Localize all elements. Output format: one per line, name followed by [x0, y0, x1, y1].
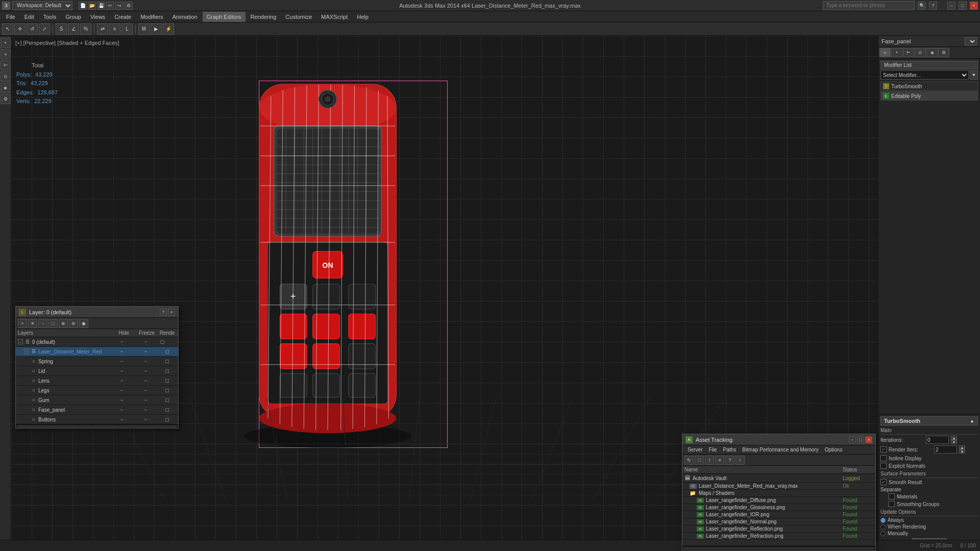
- move-tool-btn[interactable]: ✛: [14, 23, 26, 35]
- asset-close-btn[interactable]: ×: [865, 436, 872, 443]
- asset-select-btn[interactable]: □: [695, 456, 704, 465]
- freeze-gum[interactable]: −: [134, 397, 157, 403]
- layer-row-legs[interactable]: ○ Legs − − □: [16, 386, 178, 395]
- layer-row-laser-red[interactable]: − ☰ Laser_Distance_Meter_Red − − □: [16, 347, 178, 357]
- ts-iter-down[interactable]: ▼: [951, 440, 957, 444]
- ts-render-up[interactable]: ▲: [959, 445, 965, 449]
- asset-row-reflection[interactable]: m Laser_rangefinder_Reflection.png Found: [682, 525, 875, 533]
- info-btn[interactable]: ?: [929, 2, 937, 10]
- rotate-tool-btn[interactable]: ↺: [27, 23, 38, 35]
- select-tool-btn[interactable]: ↖: [2, 23, 13, 35]
- render-lid[interactable]: □: [158, 368, 176, 374]
- asset-row-maps[interactable]: 📁 Maps / Shaders: [682, 490, 875, 497]
- menu-maxscript[interactable]: MAXScript: [317, 12, 352, 22]
- panel-tab-modify[interactable]: ⟡: [879, 48, 891, 57]
- menu-tools[interactable]: Tools: [39, 12, 61, 22]
- workspace-dropdown[interactable]: Workspace: Default: [12, 1, 72, 10]
- hide-lid[interactable]: −: [110, 368, 133, 373]
- asset-row-normal[interactable]: m Laser_rangefinder_Normal.png Found: [682, 518, 875, 525]
- panel-tab-motion[interactable]: ⊙: [915, 48, 926, 57]
- freeze-default[interactable]: −: [134, 339, 157, 344]
- menu-edit[interactable]: Edit: [20, 12, 38, 22]
- ts-iterations-spinner[interactable]: ▲ ▼: [951, 436, 957, 444]
- render-default[interactable]: □: [158, 339, 176, 345]
- new-layer-btn[interactable]: +: [18, 319, 27, 328]
- highlight-btn[interactable]: ◉: [79, 319, 88, 328]
- render-settings-btn[interactable]: ⚙: [125, 2, 133, 10]
- mirror-btn[interactable]: ⇌: [97, 23, 108, 35]
- menu-modifiers[interactable]: Modifiers: [136, 12, 167, 22]
- asset-maximize-btn[interactable]: □: [857, 436, 864, 443]
- move-to-layer-btn[interactable]: →: [38, 319, 47, 328]
- asset-info-btn[interactable]: i: [736, 456, 745, 465]
- render-laser-red[interactable]: □: [158, 348, 176, 355]
- modifier-dropdown[interactable]: Select Modifier...: [880, 70, 969, 80]
- menu-group[interactable]: Group: [61, 12, 85, 22]
- panel-tab-hierarchy[interactable]: ⊢: [903, 48, 914, 57]
- ts-render-iters-checkbox[interactable]: ✓: [880, 446, 887, 453]
- hide-default[interactable]: −: [110, 339, 133, 344]
- search-btn[interactable]: 🔍: [918, 2, 926, 10]
- layer-row-default[interactable]: − ☰ 0 (default) − − □: [16, 337, 178, 347]
- material-editor-btn[interactable]: M: [138, 23, 150, 35]
- freeze-spring[interactable]: −: [134, 359, 157, 364]
- ts-render-iters-input[interactable]: [934, 445, 957, 454]
- layer-row-lens[interactable]: ○ Lens − − □: [16, 376, 178, 386]
- ts-smooth-checkbox[interactable]: ✓: [880, 479, 887, 485]
- asset-menu-file[interactable]: File: [705, 447, 720, 453]
- remove-objects-btn[interactable]: ⊖: [69, 319, 78, 328]
- ts-isoline-checkbox[interactable]: [880, 455, 887, 461]
- layer-row-gum[interactable]: ○ Gum − − □: [16, 395, 178, 405]
- asset-menu-options[interactable]: Options: [822, 447, 845, 453]
- layers-scrollbar[interactable]: [16, 424, 178, 428]
- panel-tab-utilities[interactable]: ⚙: [938, 48, 949, 57]
- asset-row-refraction[interactable]: m Laser_rangefinder_Refraction.png Found: [682, 533, 875, 540]
- freeze-lid[interactable]: −: [134, 368, 157, 373]
- open-btn[interactable]: 📂: [88, 2, 96, 10]
- menu-customize[interactable]: Customize: [281, 12, 316, 22]
- freeze-laser-red[interactable]: −: [134, 349, 157, 354]
- ts-materials-checkbox[interactable]: [889, 493, 895, 499]
- asset-scrollbar[interactable]: [682, 545, 875, 550]
- ts-always-radio[interactable]: [880, 518, 886, 523]
- freeze-lens[interactable]: −: [134, 378, 157, 383]
- undo-btn[interactable]: ↩: [106, 2, 114, 10]
- motion-panel-btn[interactable]: ⊙: [1, 71, 11, 82]
- new-scene-btn[interactable]: 📄: [79, 2, 87, 10]
- menu-create[interactable]: Create: [110, 12, 135, 22]
- modifier-turbosmooth[interactable]: T TurboSmooth: [880, 82, 978, 91]
- hide-fase[interactable]: −: [110, 407, 133, 412]
- panel-tab-display[interactable]: ◈: [926, 48, 938, 57]
- layer-row-spring[interactable]: ○ Spring − − □: [16, 357, 178, 366]
- layers-help-btn[interactable]: ?: [160, 309, 167, 316]
- scale-tool-btn[interactable]: ⤢: [39, 23, 50, 35]
- asset-minimize-btn[interactable]: −: [849, 436, 856, 443]
- asset-row-max-file[interactable]: M Laser_Distance_Meter_Red_max_vray.max …: [682, 483, 875, 490]
- hide-buttons[interactable]: −: [110, 417, 133, 422]
- asset-help-btn[interactable]: ?: [725, 456, 734, 465]
- render-gum[interactable]: □: [158, 397, 176, 403]
- hierarchy-panel-btn[interactable]: ⊢: [1, 60, 11, 70]
- expand-default[interactable]: −: [18, 339, 23, 344]
- snap-toggle-btn[interactable]: S: [56, 23, 67, 35]
- asset-row-vault[interactable]: 🏛 Autodesk Vault Logged: [682, 474, 875, 483]
- redo-btn[interactable]: ↪: [115, 2, 124, 10]
- modifier-editable-poly[interactable]: E Editable Poly: [880, 91, 978, 101]
- menu-help[interactable]: Help: [353, 12, 373, 22]
- quick-render-btn[interactable]: ⚡: [163, 23, 174, 35]
- menu-file[interactable]: File: [2, 12, 19, 22]
- freeze-fase[interactable]: −: [134, 407, 157, 412]
- ts-smoothing-checkbox[interactable]: [889, 501, 895, 507]
- layer-row-buttons[interactable]: ○ Buttons − − □: [16, 415, 178, 424]
- freeze-legs[interactable]: −: [134, 388, 157, 393]
- asset-view-btn[interactable]: ≡: [715, 456, 724, 465]
- display-panel-btn[interactable]: ◈: [1, 83, 11, 93]
- percent-snap-btn[interactable]: %: [80, 23, 91, 35]
- utilities-panel-btn[interactable]: ⚙: [1, 94, 11, 104]
- modifier-options-btn[interactable]: ▼: [970, 70, 978, 80]
- panel-options-dropdown[interactable]: ▼: [965, 37, 977, 45]
- menu-graph-editors[interactable]: Graph Editors: [203, 12, 246, 22]
- asset-missing-btn[interactable]: !: [705, 456, 714, 465]
- modify-panel-btn[interactable]: ⟡: [1, 49, 11, 59]
- hide-laser-red[interactable]: −: [110, 349, 133, 354]
